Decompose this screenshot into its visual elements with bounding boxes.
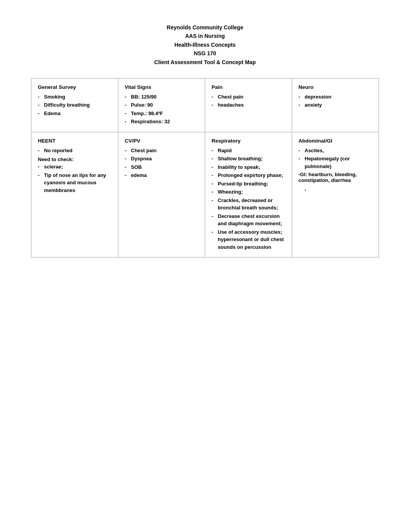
list-item: edema (125, 172, 198, 179)
list-item: Crackles, decreased or bronchial breath … (212, 197, 285, 212)
list-item: SOB (125, 163, 198, 171)
list-item: No reported (38, 147, 112, 155)
list-item: Chest pain (125, 147, 198, 155)
list-item: Difficulty breathing (38, 101, 112, 109)
cell-vital-signs: Vital Signs BB: 125/90 Pulse: 90 Temp.: … (118, 78, 205, 132)
cvpv-list: Chest pain Dyspnea SOB edema (125, 147, 198, 179)
list-item: Rapid (212, 147, 285, 155)
cell-respiratory: Respiratory Rapid Shallow breathing; Ina… (205, 132, 292, 258)
cvpv-title: CV/PV (125, 138, 198, 144)
neuro-title: Neuro (298, 84, 372, 90)
respiratory-list: Rapid Shallow breathing; Inability to sp… (212, 147, 285, 251)
heent-title: HEENT (38, 138, 112, 144)
cell-neuro: Neuro depression anxiety (292, 78, 379, 132)
list-item: Dyspnea (125, 155, 198, 163)
list-item: anxiety (298, 101, 372, 109)
pain-title: Pain (212, 84, 285, 90)
list-item: BB: 125/90 (125, 93, 198, 101)
list-item: headaches (212, 101, 285, 109)
list-item: sclerae; (38, 163, 112, 171)
heent-check-list: sclerae; Tip of nose an lips for any cya… (38, 163, 112, 194)
list-item: Hepatomegaly (cor pulmonale) (298, 155, 372, 170)
list-item: Smoking (38, 93, 112, 101)
header-line5: Client Assessment Tool & Concept Map (31, 58, 379, 66)
respiratory-title: Respiratory (212, 138, 285, 144)
heent-list: No reported (38, 147, 112, 155)
list-item: Inability to speak; (212, 163, 285, 171)
cell-pain: Pain Chest pain headaches (205, 78, 292, 132)
cell-abdominal-gi: Abdominal/GI Ascites, Hepatomegaly (cor … (292, 132, 379, 258)
general-survey-title: General Survey (38, 84, 112, 90)
abdominal-gi-title: Abdominal/GI (298, 138, 372, 144)
list-item: Respirations: 32 (125, 118, 198, 126)
gi-dash: - (298, 187, 372, 193)
vital-signs-title: Vital Signs (125, 84, 198, 90)
header-line3: Health-Illness Concepts (31, 41, 379, 49)
list-item: Wheezing; (212, 188, 285, 196)
list-item: Shallow breathing; (212, 155, 285, 163)
pain-list: Chest pain headaches (212, 93, 285, 109)
neuro-list: depression anxiety (298, 93, 372, 109)
list-item: Temp.: 98.4ºF (125, 110, 198, 117)
list-item: Use of accessory muscles; hyperresonant … (212, 228, 285, 251)
list-item: Edema (38, 110, 112, 117)
need-check-label: Need to check: (38, 156, 112, 162)
list-item: Decrease chest excursion and diaphragm m… (212, 212, 285, 228)
list-item: depression (298, 93, 372, 101)
page-header: Reynolds Community College AAS in Nursin… (31, 23, 379, 66)
cell-heent: HEENT No reported Need to check: sclerae… (31, 132, 118, 258)
list-item: Pursed-lip breathing; (212, 180, 285, 188)
vital-signs-list: BB: 125/90 Pulse: 90 Temp.: 98.4ºF Respi… (125, 93, 198, 126)
assessment-grid: General Survey Smoking Difficulty breath… (31, 78, 379, 258)
cell-cvpv: CV/PV Chest pain Dyspnea SOB edema (118, 132, 205, 258)
list-item: Prolonged expirtory phase; (212, 172, 285, 179)
list-item: Tip of nose an lips for any cyanosis and… (38, 172, 112, 194)
header-line1: Reynolds Community College (31, 23, 379, 32)
list-item: Pulse: 90 (125, 101, 198, 109)
general-survey-list: Smoking Difficulty breathing Edema (38, 93, 112, 117)
abdominal-gi-list: Ascites, Hepatomegaly (cor pulmonale) (298, 147, 372, 170)
list-item: Ascites, (298, 147, 372, 155)
header-line2: AAS in Nursing (31, 32, 379, 40)
gi-note: -GI: heartburn, bleeding, constipation, … (298, 172, 372, 183)
list-item: Chest pain (212, 93, 285, 101)
header-line4: NSG 170 (31, 49, 379, 58)
cell-general-survey: General Survey Smoking Difficulty breath… (31, 78, 118, 132)
